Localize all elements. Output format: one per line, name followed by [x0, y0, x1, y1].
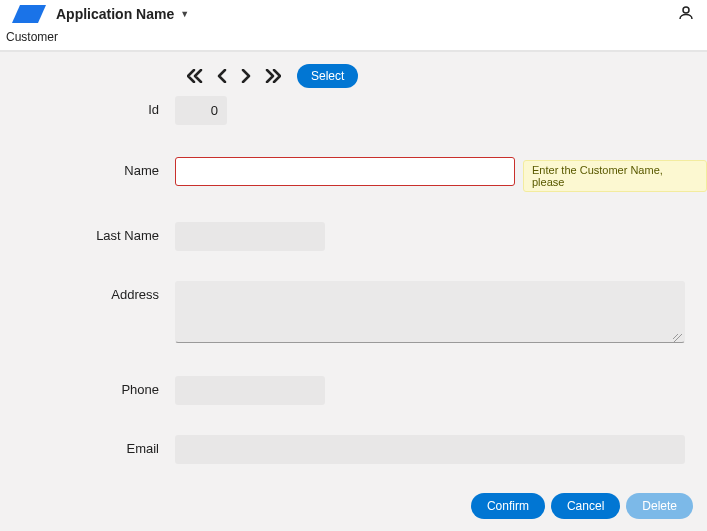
chevron-left-icon	[217, 69, 227, 83]
prev-record-button[interactable]	[215, 67, 229, 85]
svg-point-1	[683, 7, 689, 13]
lastname-label: Last Name	[0, 222, 175, 243]
last-record-button[interactable]	[263, 67, 283, 85]
email-field[interactable]	[175, 435, 685, 464]
name-validation-hint: Enter the Customer Name, please	[523, 160, 707, 192]
customer-form: Id Name Enter the Customer Name, please …	[0, 96, 707, 464]
svg-marker-0	[12, 5, 46, 23]
delete-button[interactable]: Delete	[626, 493, 693, 519]
tab-customer[interactable]: Customer	[6, 30, 58, 44]
tab-strip: Customer	[0, 28, 707, 52]
id-label: Id	[0, 96, 175, 117]
app-logo	[12, 5, 46, 23]
double-chevron-right-icon	[265, 69, 281, 83]
address-field[interactable]	[175, 281, 685, 343]
cancel-button[interactable]: Cancel	[551, 493, 620, 519]
footer-actions: Confirm Cancel Delete	[471, 493, 693, 519]
email-label: Email	[0, 435, 175, 456]
chevron-right-icon	[241, 69, 251, 83]
phone-field[interactable]	[175, 376, 325, 405]
app-title: Application Name	[56, 6, 174, 22]
record-nav-toolbar: Select	[0, 52, 707, 96]
id-field[interactable]	[175, 96, 227, 125]
user-icon[interactable]	[677, 4, 695, 25]
confirm-button[interactable]: Confirm	[471, 493, 545, 519]
name-label: Name	[0, 157, 175, 178]
lastname-field[interactable]	[175, 222, 325, 251]
address-label: Address	[0, 281, 175, 302]
select-button[interactable]: Select	[297, 64, 358, 88]
phone-label: Phone	[0, 376, 175, 397]
caret-down-icon: ▼	[180, 9, 189, 19]
app-switcher[interactable]: Application Name ▼	[56, 6, 677, 22]
name-field[interactable]	[175, 157, 515, 186]
double-chevron-left-icon	[187, 69, 203, 83]
next-record-button[interactable]	[239, 67, 253, 85]
header: Application Name ▼	[0, 0, 707, 28]
first-record-button[interactable]	[185, 67, 205, 85]
